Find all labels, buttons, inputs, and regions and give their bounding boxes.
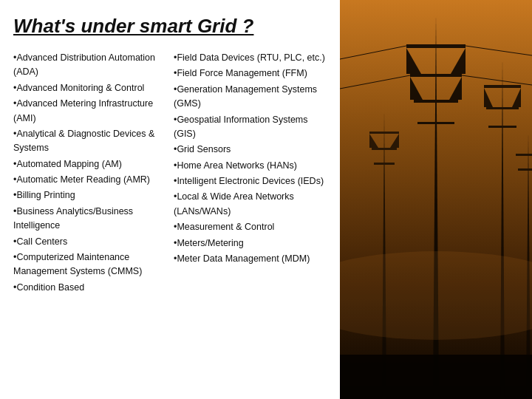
list-item: •Intelligent Electronic Devices (IEDs) [174,174,327,188]
list-item: •Computerized Maintenance Management Sys… [13,250,166,279]
list-item: •Call Centers [13,235,166,249]
content-panel: What's under smart Grid ? •Advanced Dist… [0,0,340,399]
list-item: •Generation Management Systems (GMS) [174,83,327,112]
svg-rect-3 [410,74,462,77]
list-item: •Field Data Devices (RTU, PLC, etc.) [174,51,327,65]
list-item: •Advanced Monitoring & Control [13,81,166,95]
svg-rect-24 [369,132,399,134]
list-item: •Automated Mapping (AM) [13,157,166,171]
list-item: •Advanced Distribution Automation (ADA) [13,51,166,80]
list-item: •Local & Wide Area Networks (LANs/WANs) [174,190,327,219]
towers-svg [340,0,532,399]
svg-rect-15 [484,85,521,88]
list-item: •Automatic Meter Reading (AMR) [13,173,166,187]
list-item: •Measurement & Control [174,220,327,234]
list-item: •Grid Sensors [174,143,327,157]
list-item: •Condition Based [13,281,166,295]
column-right: •Field Data Devices (RTU, PLC, etc.)•Fie… [174,51,327,296]
columns: •Advanced Distribution Automation (ADA)•… [13,51,327,296]
list-item: •Field Force Management (FFM) [174,66,327,81]
list-item: •Home Area Networks (HANs) [174,159,327,173]
svg-rect-4 [414,100,458,103]
list-item: •Advanced Metering Infrastructure (AMI) [13,97,166,126]
svg-rect-5 [417,122,454,124]
list-item: •Business Analytics/Business Intelligenc… [13,205,166,233]
svg-rect-29 [340,355,532,399]
list-item: •Analytical & Diagnostic Devices & Syste… [13,127,166,156]
list-item: •Meters/Metering [174,236,327,250]
svg-rect-26 [374,163,395,165]
svg-rect-2 [406,44,466,48]
list-item: •Meter Data Management (MDM) [174,252,327,266]
svg-rect-17 [488,126,516,128]
svg-rect-16 [486,107,519,109]
svg-point-30 [340,251,532,340]
svg-rect-22 [518,168,532,171]
column-left: •Advanced Distribution Automation (ADA)•… [13,51,166,296]
background-image [340,0,532,399]
list-item: •Geospatial Information Systems (GIS) [174,113,327,142]
svg-rect-25 [372,148,397,150]
page-title: What's under smart Grid ? [13,15,327,38]
svg-rect-21 [516,154,532,156]
list-item: •Billing Printing [13,188,166,202]
